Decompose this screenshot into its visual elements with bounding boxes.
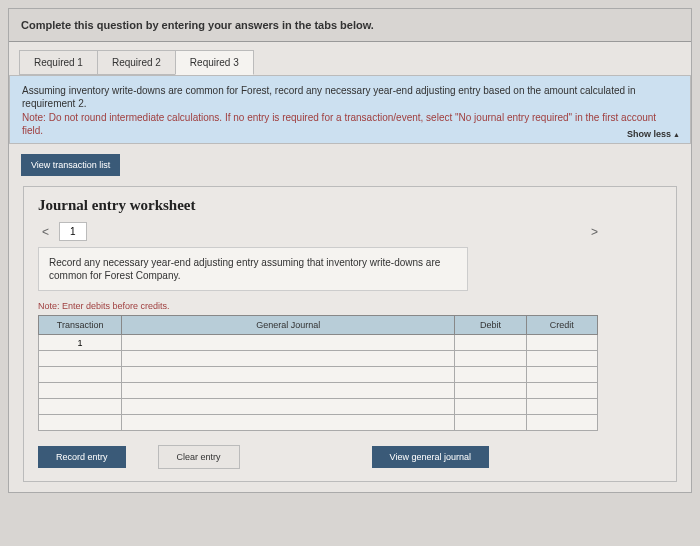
- col-credit: Credit: [526, 316, 597, 335]
- view-general-journal-button[interactable]: View general journal: [372, 446, 489, 468]
- table-row: [39, 367, 598, 383]
- cell-credit-1[interactable]: [526, 335, 597, 351]
- col-transaction: Transaction: [39, 316, 122, 335]
- description-box: Record any necessary year-end adjusting …: [38, 247, 468, 291]
- table-row: [39, 383, 598, 399]
- nav-tab-1[interactable]: 1: [59, 222, 87, 241]
- clear-entry-button[interactable]: Clear entry: [158, 445, 240, 469]
- note-debits-credits: Note: Enter debits before credits.: [38, 301, 662, 311]
- record-entry-button[interactable]: Record entry: [38, 446, 126, 468]
- button-row: Record entry Clear entry View general jo…: [38, 445, 662, 469]
- chevron-right-icon[interactable]: >: [587, 223, 602, 241]
- tab-required-2[interactable]: Required 2: [97, 50, 176, 75]
- nav-row: < 1 >: [38, 222, 662, 241]
- note-text-1: Assuming inventory write-downs are commo…: [22, 84, 678, 110]
- cell-debit-1[interactable]: [455, 335, 526, 351]
- table-row: [39, 415, 598, 431]
- header-bar: Complete this question by entering your …: [9, 9, 691, 42]
- table-row: [39, 399, 598, 415]
- journal-entry-table: Transaction General Journal Debit Credit…: [38, 315, 598, 431]
- show-less-toggle[interactable]: Show less: [627, 129, 680, 139]
- col-debit: Debit: [455, 316, 526, 335]
- tab-required-3[interactable]: Required 3: [175, 50, 254, 75]
- worksheet-title: Journal entry worksheet: [38, 197, 662, 214]
- col-general-journal: General Journal: [122, 316, 455, 335]
- note-text-2: Note: Do not round intermediate calculat…: [22, 111, 678, 137]
- tab-required-1[interactable]: Required 1: [19, 50, 98, 75]
- note-panel: Assuming inventory write-downs are commo…: [9, 75, 691, 144]
- header-instruction: Complete this question by entering your …: [21, 19, 679, 31]
- chevron-left-icon[interactable]: <: [38, 223, 53, 241]
- table-row: 1: [39, 335, 598, 351]
- tabs-row: Required 1 Required 2 Required 3: [9, 42, 691, 75]
- table-row: [39, 351, 598, 367]
- cell-account-1[interactable]: [122, 335, 455, 351]
- main-container: Complete this question by entering your …: [8, 8, 692, 493]
- worksheet-panel: Journal entry worksheet < 1 > Record any…: [23, 186, 677, 482]
- cell-transaction-1: 1: [39, 335, 122, 351]
- view-transaction-list-button[interactable]: View transaction list: [21, 154, 120, 176]
